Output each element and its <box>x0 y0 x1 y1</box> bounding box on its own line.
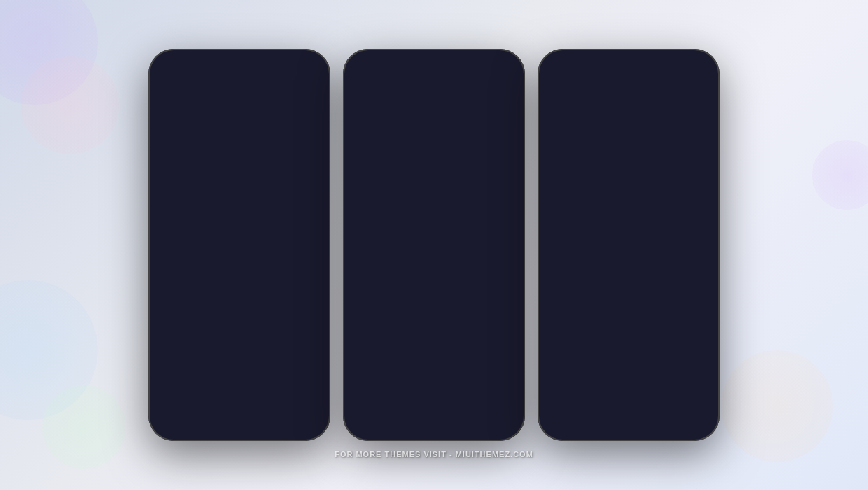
phone-3: ⬜ Floating windows 🗑️ Cleaner 🔍 Security… <box>538 49 720 441</box>
phone-2: ▲ 📶 📡 🔋 ⚙️ 2:36 Sun, 1 Nov 📶 Wi-Fi 🔦 Fla… <box>343 49 525 441</box>
watermark: FOR MORE THEMES VISIT - MIUITHEMEZ.COM <box>335 450 533 458</box>
phone-1: 9:22 PM ▲▼ 📶 🔋 Clock <box>148 49 330 441</box>
phones-container: 9:22 PM ▲▼ 📶 🔋 Clock <box>0 0 868 490</box>
